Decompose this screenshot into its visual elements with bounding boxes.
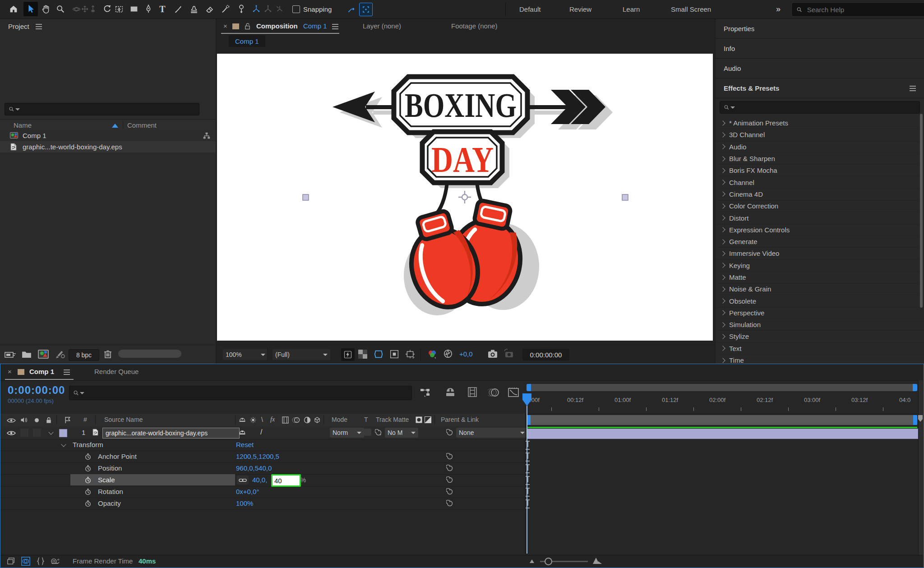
- effects-category[interactable]: Simulation: [716, 319, 924, 331]
- effects-category[interactable]: Channel: [716, 176, 924, 188]
- layer-expand-chevron[interactable]: [48, 429, 53, 434]
- motion-blur-button[interactable]: [488, 388, 499, 397]
- home-tool[interactable]: [6, 2, 21, 16]
- viewer-timecode[interactable]: 0:00:00:00: [522, 349, 569, 360]
- snapping-checkbox[interactable]: [292, 5, 300, 13]
- snapshot-button[interactable]: [487, 349, 498, 359]
- pickwhip-icon[interactable]: [446, 476, 453, 484]
- pickwhip-icon[interactable]: [446, 488, 453, 495]
- timeline-panel-menu-icon[interactable]: [64, 372, 70, 373]
- rotation-row[interactable]: Rotation 0x+0,0°: [0, 486, 526, 498]
- composition-tab-comp-name[interactable]: Comp 1: [303, 22, 327, 30]
- layer-tab[interactable]: Layer (none): [363, 22, 401, 30]
- magnification-dropdown[interactable]: 100%: [223, 349, 268, 360]
- project-row-footage[interactable]: graphic...te-world-boxing-day.eps: [0, 141, 216, 152]
- effects-category[interactable]: Color Correction: [716, 200, 924, 212]
- snap-option-2[interactable]: [359, 3, 373, 16]
- help-search[interactable]: [792, 3, 924, 16]
- exposure-value[interactable]: +0,0: [459, 350, 473, 358]
- layer-row[interactable]: 1 graphic...orate-world-boxing-day.eps /…: [0, 426, 526, 439]
- effects-search[interactable]: [720, 101, 920, 114]
- search-options-caret[interactable]: [730, 106, 735, 111]
- layer-quality-toggle[interactable]: /: [260, 428, 262, 436]
- effects-category[interactable]: Stylize: [716, 331, 924, 342]
- transform-expand-chevron[interactable]: [61, 442, 66, 447]
- layer-visibility-eye-icon[interactable]: [7, 430, 16, 436]
- layer-audio-cell[interactable]: [20, 429, 28, 437]
- zoom-to-frames-icon[interactable]: [529, 559, 535, 563]
- comp-subtab[interactable]: Comp 1: [229, 35, 265, 47]
- matte-pickwhip-icon[interactable]: [375, 429, 382, 436]
- transparency-grid-button[interactable]: [358, 350, 367, 359]
- effects-category[interactable]: Text: [716, 343, 924, 355]
- preserve-transparency-checkbox[interactable]: [364, 429, 371, 436]
- transform-reset-link[interactable]: Reset: [236, 441, 254, 448]
- name-column-header[interactable]: Name: [14, 121, 32, 129]
- layer-label-color[interactable]: [59, 429, 67, 437]
- in-out-stretch-icon[interactable]: [37, 557, 45, 566]
- project-item-name[interactable]: Comp 1: [23, 132, 46, 139]
- scale-row[interactable]: Scale 40,0, %: [0, 474, 526, 486]
- render-time-snail-icon[interactable]: [50, 557, 60, 565]
- scale-x-value[interactable]: 40,0,: [252, 476, 267, 484]
- project-search[interactable]: [5, 103, 199, 115]
- expand-layers-icon[interactable]: [7, 557, 16, 565]
- hand-tool[interactable]: [39, 2, 53, 16]
- anchor-point-row[interactable]: Anchor Point 1200,5,1200,5: [0, 451, 526, 463]
- timeline-zoom-bar[interactable]: [527, 384, 917, 391]
- render-queue-tab[interactable]: Render Queue: [94, 368, 139, 375]
- position-value[interactable]: 960,0,540,0: [236, 464, 272, 472]
- info-panel-header[interactable]: Info: [716, 39, 924, 59]
- show-snapshot-button[interactable]: [504, 349, 514, 359]
- channels-button[interactable]: [427, 349, 438, 360]
- mask-visibility-button[interactable]: [374, 349, 383, 359]
- zoom-bar-handle-right[interactable]: [913, 384, 917, 391]
- stopwatch-icon[interactable]: [84, 453, 92, 460]
- sort-ascending-icon[interactable]: [112, 120, 118, 128]
- frame-blending-button[interactable]: [467, 387, 477, 397]
- effects-category[interactable]: Cinema 4D: [716, 189, 924, 200]
- close-tab-icon[interactable]: ×: [223, 22, 227, 30]
- stopwatch-icon[interactable]: [84, 476, 92, 484]
- track-matte-dropdown[interactable]: No M: [385, 428, 418, 438]
- dolly-camera-tool[interactable]: [88, 2, 97, 16]
- composition-canvas[interactable]: BOXING DAY: [217, 54, 713, 341]
- project-search-input[interactable]: [22, 105, 195, 113]
- world-axis-mode[interactable]: [263, 2, 273, 16]
- puppet-pin-tool[interactable]: [234, 2, 249, 16]
- audio-panel-header[interactable]: Audio: [716, 59, 924, 79]
- work-area-end-handle[interactable]: [913, 415, 917, 425]
- effects-category[interactable]: 3D Channel: [716, 129, 924, 141]
- exposure-reset-button[interactable]: [443, 349, 453, 359]
- zoom-tool[interactable]: [53, 2, 68, 16]
- guides-button[interactable]: [405, 350, 415, 359]
- clone-stamp-tool[interactable]: [187, 2, 201, 16]
- timeline-tab-label[interactable]: Comp 1: [29, 368, 54, 375]
- rectangle-tool[interactable]: [127, 2, 141, 16]
- effects-search-input[interactable]: [737, 103, 916, 111]
- effects-category[interactable]: Perspective: [716, 307, 924, 319]
- fast-preview-button[interactable]: [341, 348, 355, 361]
- effects-panel-menu-icon[interactable]: [910, 88, 916, 89]
- type-tool[interactable]: T: [155, 2, 170, 16]
- composition-tab-label[interactable]: Composition: [256, 22, 298, 30]
- selection-tool[interactable]: [23, 2, 38, 16]
- close-tab-icon[interactable]: ×: [8, 368, 12, 375]
- project-row-comp[interactable]: Comp 1: [0, 130, 216, 141]
- stopwatch-icon[interactable]: [84, 500, 92, 507]
- work-area-bar[interactable]: [527, 415, 917, 425]
- pan-camera-tool[interactable]: [80, 2, 89, 16]
- parent-link-column-header[interactable]: Parent & Link: [441, 416, 479, 423]
- columns-tracks-divider[interactable]: [525, 414, 526, 555]
- bit-depth-button[interactable]: 8 bpc: [69, 349, 99, 361]
- scale-y-edit-input[interactable]: [271, 474, 301, 487]
- timeline-search-input[interactable]: [86, 389, 408, 397]
- anchor-point-value[interactable]: 1200,5,1200,5: [236, 453, 279, 460]
- snapping-control[interactable]: Snapping: [292, 0, 332, 18]
- transform-group-row[interactable]: Transform Reset: [0, 439, 526, 451]
- draft-3d-button[interactable]: [444, 387, 456, 397]
- opacity-row[interactable]: Opacity 100%: [0, 498, 526, 510]
- parent-pickwhip-icon[interactable]: [446, 429, 453, 436]
- opacity-value[interactable]: 100%: [236, 499, 253, 507]
- effects-category[interactable]: Immersive Video: [716, 248, 924, 259]
